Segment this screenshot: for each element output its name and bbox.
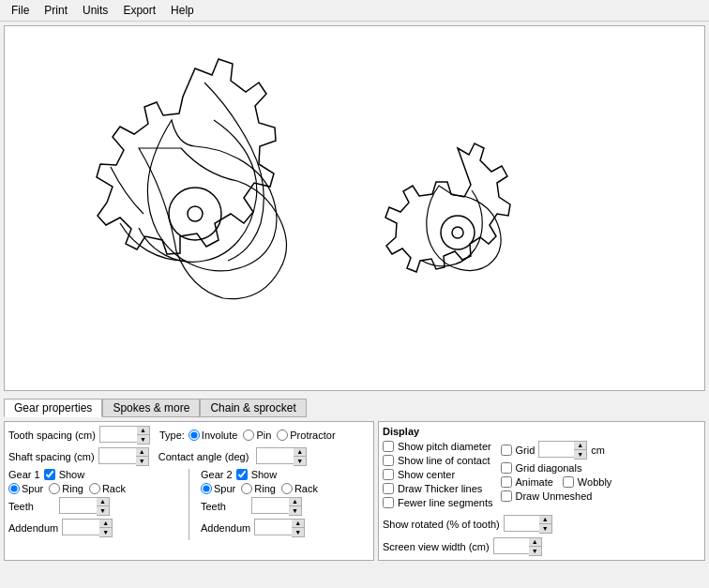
contact-angle-input[interactable]: 20.00	[256, 447, 294, 464]
gear1-ring-label[interactable]: Ring	[49, 483, 83, 494]
gear1-addendum-down[interactable]: ▼	[99, 528, 112, 536]
svg-point-2	[441, 216, 475, 249]
gear2-show-checkbox[interactable]	[236, 469, 248, 480]
contact-angle-spinner[interactable]: 20.00 ▲ ▼	[256, 447, 307, 466]
draw-unmeshed-checkbox[interactable]	[501, 490, 512, 502]
animate-checkbox[interactable]	[501, 476, 512, 488]
screen-view-down[interactable]: ▼	[529, 547, 541, 555]
gear2-teeth-down[interactable]: ▼	[289, 506, 301, 515]
gear2-addendum-label: Addendum	[201, 522, 250, 534]
menu-print[interactable]: Print	[37, 2, 75, 19]
shaft-spacing-spinner[interactable]: 6.446 ▲ ▼	[98, 447, 149, 466]
menu-help[interactable]: Help	[163, 2, 202, 19]
gear2-addendum-spinner[interactable]: 0.250 ▲ ▼	[254, 519, 305, 537]
gear2-teeth-spinner[interactable]: 9 ▲ ▼	[251, 497, 302, 516]
gear1-teeth-arrows: ▲ ▼	[97, 497, 110, 516]
grid-row: Grid 1.000 ▲ ▼ cm	[501, 441, 612, 460]
type-involute-label[interactable]: Involute	[189, 430, 238, 441]
show-pitch-label: Show pitch diameter	[398, 441, 491, 452]
grid-input[interactable]: 1.000	[538, 441, 574, 458]
show-center-label: Show center	[398, 469, 455, 480]
gear1-addendum-input[interactable]: 0.250	[62, 519, 99, 535]
grid-spinner[interactable]: 1.000 ▲ ▼	[538, 441, 587, 460]
gear2-spur-radio[interactable]	[201, 483, 212, 494]
gear1-spur-radio[interactable]	[8, 483, 20, 494]
show-contact-checkbox[interactable]	[383, 455, 394, 466]
gear1-title-row: Gear 1 Show	[8, 469, 177, 480]
menu-units[interactable]: Units	[75, 2, 115, 19]
show-contact-row: Show line of contact	[383, 455, 493, 466]
gear1-teeth-input[interactable]: 18	[59, 497, 97, 514]
screen-view-spinner[interactable]: 20.0 ▲ ▼	[493, 537, 542, 556]
gear2-addendum-up[interactable]: ▲	[292, 520, 304, 528]
gear1-addendum-spinner[interactable]: 0.250 ▲ ▼	[62, 519, 113, 537]
shaft-spacing-row: Shaft spacing (cm) 6.446 ▲ ▼ Contact ang…	[8, 447, 370, 466]
shaft-spacing-down[interactable]: ▼	[136, 457, 148, 465]
gear1-teeth-up[interactable]: ▲	[97, 498, 109, 506]
gear1-addendum-up[interactable]: ▲	[99, 520, 112, 528]
contact-angle-down[interactable]: ▼	[294, 457, 306, 465]
gear1-teeth-down[interactable]: ▼	[97, 506, 109, 515]
type-pin-radio[interactable]	[243, 430, 254, 441]
display-right-col: Grid 1.000 ▲ ▼ cm Grid diagonals	[501, 441, 612, 511]
tooth-spacing-spinner[interactable]: 1.500 ▲ ▼	[99, 426, 150, 445]
grid-diagonals-checkbox[interactable]	[501, 462, 512, 474]
gear1-spur-label[interactable]: Spur	[8, 483, 43, 494]
type-pin-text: Pin	[256, 430, 271, 441]
screen-view-up[interactable]: ▲	[529, 538, 541, 547]
contact-angle-up[interactable]: ▲	[294, 448, 306, 457]
gear1-rack-label[interactable]: Rack	[89, 483, 126, 494]
gear1-teeth-spinner[interactable]: 18 ▲ ▼	[59, 497, 110, 516]
shaft-spacing-up[interactable]: ▲	[136, 448, 148, 457]
tab-gear-properties[interactable]: Gear properties	[4, 399, 102, 417]
gear2-ring-label[interactable]: Ring	[241, 483, 276, 494]
gear1-show-checkbox[interactable]	[44, 469, 55, 480]
gear1-addendum-label: Addendum	[8, 522, 58, 534]
gear1-rack-radio[interactable]	[89, 483, 100, 494]
tooth-spacing-input[interactable]: 1.500	[99, 426, 137, 443]
shaft-spacing-label: Shaft spacing (cm)	[8, 451, 95, 462]
tab-spokes[interactable]: Spokes & more	[102, 399, 200, 417]
screen-view-input[interactable]: 20.0	[493, 537, 529, 554]
menu-export[interactable]: Export	[115, 2, 163, 19]
draw-thicker-checkbox[interactable]	[383, 483, 394, 494]
type-protractor-label[interactable]: Protractor	[277, 430, 335, 441]
show-rotated-input[interactable]: 54	[504, 515, 539, 532]
gear2-ring-radio[interactable]	[241, 483, 252, 494]
shaft-spacing-input[interactable]: 6.446	[98, 447, 136, 464]
gear2-teeth-up[interactable]: ▲	[289, 498, 301, 506]
gear1-ring-radio[interactable]	[49, 483, 60, 494]
wobbly-checkbox[interactable]	[563, 476, 574, 488]
gear1-teeth-label: Teeth	[8, 501, 55, 512]
menu-file[interactable]: File	[4, 2, 37, 19]
grid-down[interactable]: ▼	[574, 450, 586, 459]
gear2-spur-text: Spur	[214, 483, 235, 494]
gear2-teeth-input[interactable]: 9	[251, 497, 289, 514]
type-pin-label[interactable]: Pin	[243, 430, 271, 441]
show-rotated-up[interactable]: ▲	[539, 516, 551, 524]
gear1-title: Gear 1	[8, 469, 40, 480]
gear2-teeth-row: Teeth 9 ▲ ▼	[201, 497, 370, 516]
grid-checkbox[interactable]	[501, 445, 512, 456]
tooth-spacing-down[interactable]: ▼	[137, 435, 149, 444]
gear2-title: Gear 2	[201, 469, 233, 480]
screen-view-label: Screen view width (cm)	[383, 541, 490, 552]
show-center-row: Show center	[383, 469, 493, 480]
show-center-checkbox[interactable]	[383, 469, 394, 480]
type-involute-radio[interactable]	[189, 430, 200, 441]
tooth-spacing-row: Tooth spacing (cm) 1.500 ▲ ▼ Type: Invol…	[8, 426, 370, 445]
gear2-rack-radio[interactable]	[281, 483, 293, 494]
gear2-addendum-down[interactable]: ▼	[292, 528, 304, 536]
type-protractor-radio[interactable]	[277, 430, 288, 441]
show-rotated-down[interactable]: ▼	[539, 524, 551, 533]
show-pitch-checkbox[interactable]	[383, 441, 394, 452]
tooth-spacing-up[interactable]: ▲	[137, 427, 149, 435]
tab-chain[interactable]: Chain & sprocket	[200, 399, 306, 417]
gear2-spur-label[interactable]: Spur	[201, 483, 235, 494]
gear2-svg	[385, 143, 510, 272]
fewer-segments-checkbox[interactable]	[383, 497, 394, 508]
grid-up[interactable]: ▲	[574, 442, 586, 450]
show-rotated-spinner[interactable]: 54 ▲ ▼	[504, 515, 552, 534]
gear2-rack-label[interactable]: Rack	[281, 483, 318, 494]
gear2-addendum-input[interactable]: 0.250	[254, 519, 292, 535]
